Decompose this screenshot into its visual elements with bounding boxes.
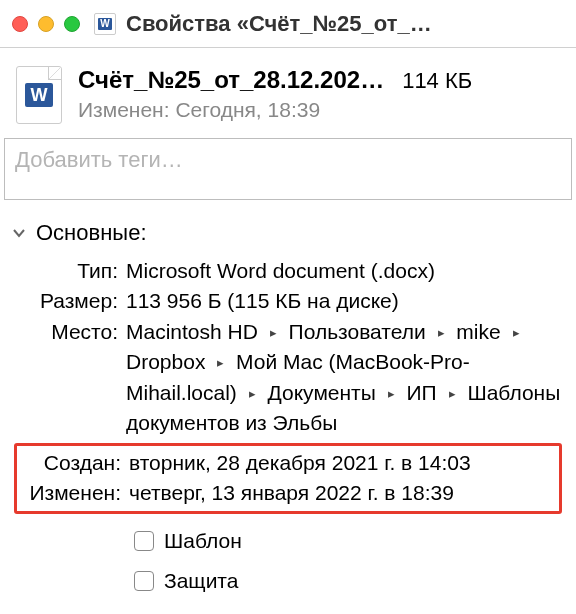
checkbox-stationery-row[interactable]: Шаблон bbox=[14, 526, 562, 556]
row-size: Размер: 113 956 Б (115 КБ на диске) bbox=[14, 286, 562, 316]
traffic-lights bbox=[12, 16, 80, 32]
label-stationery: Шаблон bbox=[164, 526, 242, 556]
value-created: вторник, 28 декабря 2021 г. в 14:03 bbox=[129, 448, 559, 478]
row-modified: Изменен: четверг, 13 января 2022 г. в 18… bbox=[17, 478, 559, 508]
close-window-button[interactable] bbox=[12, 16, 28, 32]
value-type: Microsoft Word document (.docx) bbox=[126, 256, 562, 286]
chevron-down-icon bbox=[12, 226, 26, 240]
label-modified: Изменен: bbox=[17, 478, 129, 508]
section-general-title: Основные: bbox=[36, 220, 147, 246]
dates-highlight: Создан: вторник, 28 декабря 2021 г. в 14… bbox=[14, 443, 562, 514]
header-modified-label: Изменен: bbox=[78, 98, 170, 121]
section-general-header[interactable]: Основные: bbox=[0, 214, 576, 256]
checkbox-locked-row[interactable]: Защита bbox=[14, 566, 562, 596]
file-size: 114 КБ bbox=[402, 68, 472, 94]
row-type: Тип: Microsoft Word document (.docx) bbox=[14, 256, 562, 286]
label-size: Размер: bbox=[14, 286, 126, 316]
row-created: Создан: вторник, 28 декабря 2021 г. в 14… bbox=[17, 448, 559, 478]
file-header: Счёт_№25_от_28.12.202… 114 КБ Изменен: С… bbox=[0, 48, 576, 138]
titlebar: Свойства «Счёт_№25_от_… bbox=[0, 0, 576, 48]
header-modified-value: Сегодня, 18:39 bbox=[175, 98, 320, 121]
checkbox-stationery[interactable] bbox=[134, 531, 154, 551]
file-name: Счёт_№25_от_28.12.202… bbox=[78, 66, 384, 94]
details-block: Тип: Microsoft Word document (.docx) Раз… bbox=[0, 256, 576, 596]
value-modified: четверг, 13 января 2022 г. в 18:39 bbox=[129, 478, 559, 508]
file-icon bbox=[16, 66, 62, 124]
zoom-window-button[interactable] bbox=[64, 16, 80, 32]
value-where: Macintosh HD ▸ Пользователи ▸ mike ▸ Dro… bbox=[126, 317, 562, 439]
label-locked: Защита bbox=[164, 566, 238, 596]
header-modified: Изменен: Сегодня, 18:39 bbox=[78, 98, 560, 122]
label-type: Тип: bbox=[14, 256, 126, 286]
row-where: Место: Macintosh HD ▸ Пользователи ▸ mik… bbox=[14, 317, 562, 439]
checkbox-locked[interactable] bbox=[134, 571, 154, 591]
value-size: 113 956 Б (115 КБ на диске) bbox=[126, 286, 562, 316]
label-where: Место: bbox=[14, 317, 126, 439]
label-created: Создан: bbox=[17, 448, 129, 478]
tags-placeholder: Добавить теги… bbox=[15, 147, 561, 173]
tags-field[interactable]: Добавить теги… bbox=[4, 138, 572, 200]
minimize-window-button[interactable] bbox=[38, 16, 54, 32]
word-icon bbox=[94, 13, 116, 35]
window-title: Свойства «Счёт_№25_от_… bbox=[126, 11, 564, 37]
